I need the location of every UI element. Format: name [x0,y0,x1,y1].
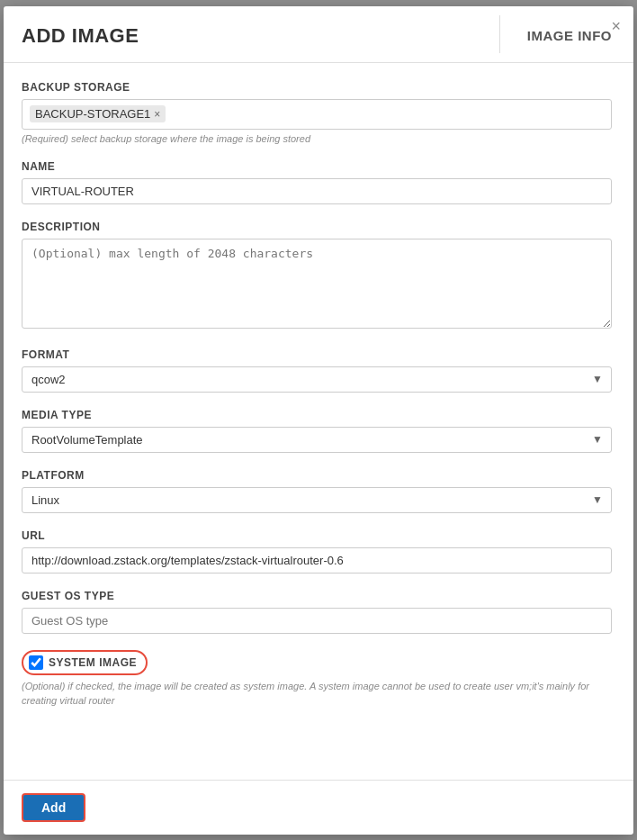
backup-storage-hint: (Required) select backup storage where t… [22,133,612,144]
format-group: FORMAT qcow2 raw iso ▼ [22,348,612,393]
media-type-select[interactable]: RootVolumeTemplate DataVolumeTemplate IS… [22,427,612,453]
backup-storage-tag-remove[interactable]: × [154,108,160,121]
description-group: DESCRIPTION [22,221,612,332]
backup-storage-label: BACKUP STORAGE [22,81,612,94]
platform-label: PLATFORM [22,469,612,482]
modal-header: ADD IMAGE IMAGE INFO [4,6,633,63]
platform-select-wrapper: Linux Windows Other ▼ [22,487,612,513]
format-label: FORMAT [22,348,612,361]
system-image-hint: (Optional) if checked, the image will be… [22,679,612,709]
modal-overlay: × ADD IMAGE IMAGE INFO BACKUP STORAGE BA… [0,0,637,840]
system-image-wrapper: SYSTEM IMAGE [22,650,148,675]
backup-storage-tag: BACKUP-STORAGE1 × [30,105,166,122]
url-group: URL [22,529,612,574]
media-type-group: MEDIA TYPE RootVolumeTemplate DataVolume… [22,409,612,453]
modal-container: × ADD IMAGE IMAGE INFO BACKUP STORAGE BA… [4,6,633,835]
modal-footer: Add [4,780,633,835]
system-image-label: SYSTEM IMAGE [49,656,137,669]
name-input[interactable] [22,178,612,204]
close-button[interactable]: × [611,17,621,36]
system-image-group: SYSTEM IMAGE (Optional) if checked, the … [22,650,612,709]
guest-os-type-input[interactable] [22,608,612,634]
add-button[interactable]: Add [22,793,85,822]
name-label: NAME [22,160,612,173]
platform-group: PLATFORM Linux Windows Other ▼ [22,469,612,513]
tab-image-info[interactable]: IMAGE INFO [527,28,612,43]
backup-storage-input[interactable]: BACKUP-STORAGE1 × [22,99,612,130]
header-left: ADD IMAGE [4,6,499,62]
media-type-label: MEDIA TYPE [22,409,612,421]
format-select[interactable]: qcow2 raw iso [22,366,612,393]
modal-body: BACKUP STORAGE BACKUP-STORAGE1 × (Requir… [4,63,633,780]
name-group: NAME [22,160,612,204]
url-input[interactable] [22,547,612,574]
system-image-checkbox[interactable] [29,655,43,670]
format-select-wrapper: qcow2 raw iso ▼ [22,366,612,393]
page-title: ADD IMAGE [22,24,139,47]
guest-os-type-label: GUEST OS TYPE [22,590,612,602]
backup-storage-tag-value: BACKUP-STORAGE1 [35,107,150,121]
guest-os-type-group: GUEST OS TYPE [22,590,612,634]
backup-storage-group: BACKUP STORAGE BACKUP-STORAGE1 × (Requir… [22,81,612,144]
platform-select[interactable]: Linux Windows Other [22,487,612,513]
url-label: URL [22,529,612,542]
description-textarea[interactable] [22,239,612,329]
media-type-select-wrapper: RootVolumeTemplate DataVolumeTemplate IS… [22,427,612,453]
description-label: DESCRIPTION [22,221,612,233]
